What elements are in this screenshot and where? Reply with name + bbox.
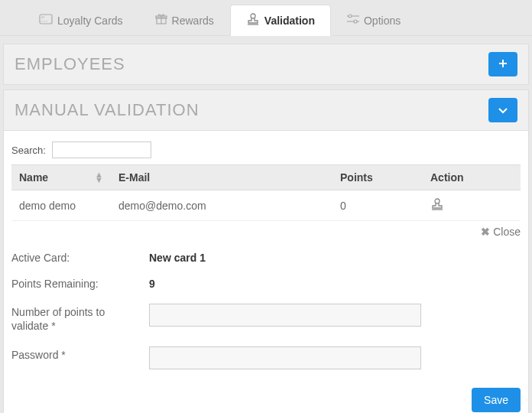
col-action[interactable]: Action xyxy=(423,165,521,190)
svg-rect-0 xyxy=(40,15,52,24)
tab-options[interactable]: Options xyxy=(331,5,417,35)
num-points-label: Number of points to validate * xyxy=(11,304,141,333)
manual-validation-panel-header: MANUAL VALIDATION xyxy=(3,89,529,131)
col-email[interactable]: E-Mail xyxy=(111,165,332,190)
validate-action-button[interactable] xyxy=(430,200,444,213)
active-card-label: Active Card: xyxy=(11,252,141,264)
tabs-bar: Loyalty Cards Rewards Validation Options xyxy=(0,0,532,36)
gift-icon xyxy=(155,13,167,28)
save-button[interactable]: Save xyxy=(472,388,521,412)
collapse-manual-button[interactable] xyxy=(488,98,517,122)
cell-name: demo demo xyxy=(11,190,111,221)
col-points[interactable]: Points xyxy=(332,165,423,190)
svg-point-13 xyxy=(354,20,357,23)
sort-icon: ▲▼ xyxy=(95,172,103,182)
points-remaining-value: 9 xyxy=(149,278,155,290)
search-input[interactable] xyxy=(52,141,151,158)
plus-icon xyxy=(498,57,508,71)
points-remaining-label: Points Remaining: xyxy=(11,278,141,290)
validation-table: Name ▲▼ E-Mail Points Action demo demo d… xyxy=(11,164,521,221)
tab-label: Validation xyxy=(264,15,315,27)
active-card-value: New card 1 xyxy=(149,252,206,264)
employees-title: EMPLOYEES xyxy=(15,54,125,74)
tab-label: Options xyxy=(364,15,401,27)
cell-points: 0 xyxy=(332,190,423,221)
sliders-icon xyxy=(347,14,359,27)
col-name[interactable]: Name ▲▼ xyxy=(11,165,111,190)
employees-panel-header: EMPLOYEES xyxy=(3,44,529,85)
password-label: Password * xyxy=(11,346,141,362)
svg-point-2 xyxy=(41,21,43,22)
manual-title: MANUAL VALIDATION xyxy=(15,100,200,120)
svg-point-3 xyxy=(44,21,45,22)
close-icon: ✖ xyxy=(481,226,490,238)
card-icon xyxy=(39,14,53,27)
password-input[interactable] xyxy=(149,346,421,369)
tab-label: Rewards xyxy=(172,15,214,27)
tab-label: Loyalty Cards xyxy=(57,15,123,27)
search-label: Search: xyxy=(11,145,46,156)
manual-validation-body: Search: Name ▲▼ E-Mail Points Action dem… xyxy=(3,131,529,413)
svg-point-4 xyxy=(46,21,47,22)
svg-point-16 xyxy=(435,199,440,203)
add-employee-button[interactable] xyxy=(488,52,517,76)
tab-rewards[interactable]: Rewards xyxy=(139,5,230,35)
num-points-input[interactable] xyxy=(149,304,421,327)
chevron-down-icon xyxy=(498,103,508,117)
tab-validation[interactable]: Validation xyxy=(230,5,331,36)
stamp-icon xyxy=(246,13,260,28)
table-row: demo demo demo@demo.com 0 xyxy=(11,190,521,221)
svg-rect-1 xyxy=(41,16,44,18)
svg-point-8 xyxy=(251,14,255,18)
svg-point-11 xyxy=(349,15,352,18)
cell-email: demo@demo.com xyxy=(111,190,332,221)
close-button[interactable]: ✖Close xyxy=(11,226,521,238)
tab-loyalty-cards[interactable]: Loyalty Cards xyxy=(23,5,139,35)
